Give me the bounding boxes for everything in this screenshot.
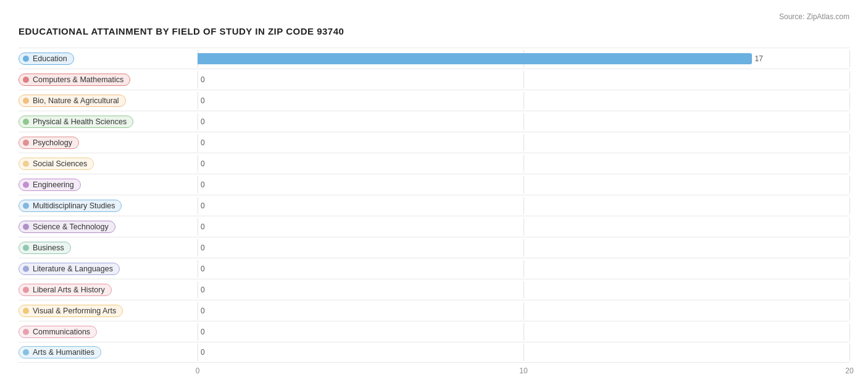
bar-label: Computers & Mathematics: [33, 75, 123, 84]
label-pill: Psychology: [19, 137, 79, 149]
grid-line: [849, 344, 850, 361]
label-area: Bio, Nature & Agricultural: [19, 95, 198, 107]
grid-line: [524, 323, 524, 341]
bar-container: 0: [198, 178, 849, 192]
x-tick: 0: [196, 367, 200, 375]
label-dot: [23, 203, 29, 209]
bar-label: Physical & Health Sciences: [33, 117, 127, 126]
grid-line: [849, 134, 850, 151]
grid-line: [849, 71, 850, 88]
grid-line: [198, 197, 198, 214]
label-pill: Multidisciplinary Studies: [19, 200, 122, 212]
grid-line: [198, 155, 198, 172]
bar-value-label: 0: [201, 328, 205, 336]
bar-row: Multidisciplinary Studies0: [19, 195, 849, 216]
bar-container: 0: [198, 262, 849, 276]
label-dot: [23, 245, 29, 251]
bar-label: Multidisciplinary Studies: [33, 201, 115, 210]
grid-line: [524, 302, 524, 320]
grid-line: [524, 260, 524, 278]
grid-line: [849, 176, 850, 193]
label-area: Business: [19, 242, 198, 254]
label-pill: Social Sciences: [19, 158, 94, 170]
label-area: Literature & Languages: [19, 263, 198, 275]
bar-value-label: 0: [201, 117, 205, 126]
label-dot: [23, 266, 29, 272]
label-dot: [23, 308, 29, 314]
bar-row: Business0: [19, 237, 849, 258]
bar-value-label: 0: [201, 348, 205, 357]
grid-line: [198, 302, 198, 320]
label-area: Education: [19, 53, 198, 65]
label-pill: Science & Technology: [19, 221, 115, 233]
x-axis: 01020: [198, 363, 849, 378]
bar-row: Science & Technology0: [19, 216, 849, 237]
bar-row: Psychology0: [19, 132, 849, 153]
label-dot: [23, 56, 29, 62]
bar-value-label: 0: [201, 286, 205, 294]
bar-label: Business: [33, 244, 64, 252]
grid-line: [198, 134, 198, 151]
grid-line: [524, 344, 524, 361]
bar-container: 0: [198, 325, 849, 339]
x-tick: 20: [845, 367, 853, 375]
bar-row: Communications0: [19, 321, 849, 342]
chart-title: EDUCATIONAL ATTAINMENT BY FIELD OF STUDY…: [19, 26, 849, 36]
bar-value-label: 0: [201, 307, 205, 315]
bar-row: Bio, Nature & Agricultural0: [19, 90, 849, 111]
label-area: Communications: [19, 326, 198, 338]
label-area: Computers & Mathematics: [19, 74, 198, 86]
bar-value-label: 0: [201, 244, 205, 252]
label-area: Liberal Arts & History: [19, 284, 198, 296]
grid-line: [849, 260, 850, 278]
bar-label: Engineering: [33, 180, 74, 189]
grid-line: [524, 197, 524, 214]
label-area: Multidisciplinary Studies: [19, 200, 198, 212]
label-dot: [23, 77, 29, 83]
source-line: Source: ZipAtlas.com: [19, 12, 849, 21]
label-pill: Arts & Humanities: [19, 346, 101, 358]
label-area: Physical & Health Sciences: [19, 116, 198, 128]
label-dot: [23, 224, 29, 230]
bar-value-label: 0: [201, 265, 205, 273]
x-tick: 10: [519, 367, 527, 375]
bar-label: Science & Technology: [33, 223, 109, 231]
label-pill: Engineering: [19, 179, 81, 191]
grid-line: [198, 239, 198, 256]
bar-value-label: 0: [201, 75, 205, 84]
bar-container: 0: [198, 115, 849, 129]
bar-container: 0: [198, 241, 849, 255]
bar-label: Communications: [33, 328, 90, 336]
label-area: Engineering: [19, 179, 198, 191]
grid-line: [524, 134, 524, 151]
bar-row: Engineering0: [19, 174, 849, 195]
label-pill: Education: [19, 53, 74, 65]
grid-line: [849, 323, 850, 341]
bar-value-label: 17: [755, 54, 763, 63]
grid-line: [849, 50, 850, 67]
label-pill: Literature & Languages: [19, 263, 120, 275]
bar-row: Education17: [19, 48, 849, 69]
bar-container: 0: [198, 220, 849, 234]
label-dot: [23, 349, 29, 355]
bar-row: Physical & Health Sciences0: [19, 111, 849, 132]
grid-line: [198, 260, 198, 278]
bar-container: 0: [198, 157, 849, 171]
bar-label: Visual & Performing Arts: [33, 307, 116, 315]
label-area: Arts & Humanities: [19, 346, 198, 358]
grid-line: [524, 155, 524, 172]
grid-line: [198, 323, 198, 341]
grid-line: [198, 113, 198, 130]
label-dot: [23, 98, 29, 104]
grid-line: [524, 113, 524, 130]
chart-area: Education17Computers & Mathematics0Bio, …: [19, 48, 849, 363]
bar-container: 17: [198, 52, 849, 66]
label-area: Social Sciences: [19, 158, 198, 170]
label-dot: [23, 182, 29, 188]
bar-label: Bio, Nature & Agricultural: [33, 96, 119, 105]
bar-value-label: 0: [201, 96, 205, 105]
bar-row: Computers & Mathematics0: [19, 69, 849, 90]
label-dot: [23, 161, 29, 167]
grid-line: [524, 239, 524, 256]
bar-value-label: 0: [201, 201, 205, 210]
